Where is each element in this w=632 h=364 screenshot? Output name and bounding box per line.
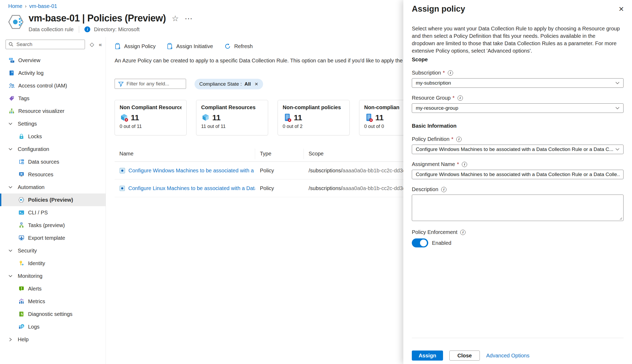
pill-value: All: [245, 81, 251, 87]
filter-input[interactable]: [115, 79, 186, 89]
directory-info-icon[interactable]: i: [84, 26, 90, 32]
assignment-name-label-row: Assignment Name * i: [412, 161, 624, 167]
compliance-state-pill[interactable]: Compliance State : All ✕: [195, 79, 263, 89]
page-title: vm-base-01 | Policies (Preview): [29, 13, 166, 24]
subscription-dropdown[interactable]: my-subscription: [412, 78, 624, 88]
sidebar-item-activity-log[interactable]: Activity log: [0, 67, 106, 79]
sidebar-group-monitoring[interactable]: Monitoring: [0, 270, 106, 282]
policy-item-icon: [119, 168, 125, 174]
sidebar-group-security[interactable]: Security: [0, 244, 106, 257]
chevron-down-icon: [8, 247, 14, 254]
toolbar: Assign Policy Assign Initiative Refresh: [115, 43, 253, 50]
breadcrumb-current-link[interactable]: vm-base-01: [29, 3, 57, 9]
sidebar-group-automation[interactable]: Automation: [0, 181, 106, 193]
chevron-down-icon: [8, 273, 14, 279]
resource-group-info-icon[interactable]: i: [458, 95, 463, 101]
assignment-name-input[interactable]: [412, 170, 624, 179]
card-non-compliant-resources[interactable]: Non Compliant Resources 11 0 out of 11: [115, 100, 187, 135]
assign-initiative-label: Assign Initiative: [176, 43, 213, 49]
sidebar-item-logs[interactable]: Logs: [0, 320, 106, 333]
resource-group-label-row: Resource Group * i: [412, 95, 624, 101]
sidebar-item-label: Tags: [18, 95, 29, 102]
sidebar-item-access-control[interactable]: Access control (IAM): [0, 79, 106, 92]
policy-definition-info-icon[interactable]: i: [456, 137, 462, 142]
tag-icon: [8, 95, 15, 102]
description-textarea[interactable]: [412, 195, 624, 221]
sidebar-item-label: Logs: [28, 324, 39, 330]
sidebar-item-metrics[interactable]: Metrics: [0, 295, 106, 308]
sidebar-item-identity[interactable]: Identity: [0, 257, 106, 270]
policy-definition-dropdown[interactable]: Configure Windows Machines to be associa…: [412, 145, 624, 154]
assignment-name-info-icon[interactable]: i: [462, 162, 467, 167]
policy-link[interactable]: Configure Linux Machines to be associate…: [128, 185, 255, 191]
more-actions-icon[interactable]: ⋯: [185, 14, 193, 23]
card-compliant-resources[interactable]: Compliant Resources 11 11 out of 11: [196, 100, 268, 135]
policy-link[interactable]: Configure Windows Machines to be associa…: [128, 168, 255, 174]
policy-enforcement-toggle[interactable]: [412, 238, 428, 247]
search-input[interactable]: [6, 40, 85, 49]
resize-grip-icon[interactable]: [619, 217, 622, 220]
sidebar-group-configuration[interactable]: Configuration: [0, 143, 106, 155]
clipboard-icon: [167, 43, 173, 50]
overview-icon: [8, 57, 15, 63]
favorite-star-icon[interactable]: ☆: [172, 14, 179, 23]
sidebar-item-tags[interactable]: Tags: [0, 92, 106, 105]
assign-initiative-button[interactable]: Assign Initiative: [167, 43, 213, 50]
sidebar-item-diagnostic-settings[interactable]: Diagnostic settings: [0, 308, 106, 320]
sidebar-item-label: CLI / PS: [28, 210, 48, 216]
resource-group-dropdown[interactable]: my-resource-group: [412, 103, 624, 113]
sidebar-group-settings[interactable]: Settings: [0, 117, 106, 130]
description-info-icon[interactable]: i: [441, 187, 446, 192]
policy-definition-label-row: Policy Definition * i: [412, 136, 624, 142]
sidebar-item-policies-preview[interactable]: Policies (Preview): [0, 193, 106, 206]
assign-policy-button[interactable]: Assign Policy: [115, 43, 156, 50]
sidebar-group-help[interactable]: Help: [0, 333, 106, 346]
subscription-value: my-subscription: [416, 80, 615, 86]
sidebar-item-data-sources[interactable]: Data sources: [0, 155, 106, 168]
column-header-type[interactable]: Type: [255, 149, 304, 159]
card-title: Non Compliant Resources: [120, 104, 182, 110]
assignment-name-label: Assignment Name: [412, 161, 455, 167]
sidebar-item-tasks-preview[interactable]: Tasks (preview): [0, 219, 106, 232]
sidebar-item-resources[interactable]: Resources: [0, 168, 106, 181]
sidebar-item-label: Tasks (preview): [28, 222, 65, 228]
close-button[interactable]: Close: [449, 351, 480, 361]
policy-item-icon: [119, 185, 125, 191]
policy-doc-error-icon: [364, 113, 373, 122]
assign-button[interactable]: Assign: [412, 351, 443, 361]
card-non-compliant-policies[interactable]: Non-compliant policies 11 0 out of 2: [278, 100, 350, 135]
sidebar-group-label: Monitoring: [18, 273, 42, 279]
card-count: 11: [375, 113, 384, 122]
sidebar-item-label: Diagnostic settings: [28, 311, 73, 317]
refresh-button[interactable]: Refresh: [224, 43, 253, 50]
policy-enforcement-info-icon[interactable]: i: [460, 230, 466, 235]
sidebar-item-resource-visualizer[interactable]: Resource visualizer: [0, 105, 106, 117]
summary-cards: Non Compliant Resources 11 0 out of 11 C…: [115, 100, 431, 135]
tasks-icon: [18, 222, 25, 228]
advanced-options-link[interactable]: Advanced Options: [486, 353, 529, 359]
remove-filter-icon[interactable]: ✕: [255, 81, 258, 87]
resources-icon: [18, 171, 25, 178]
sidebar-item-alerts[interactable]: Alerts: [0, 282, 106, 295]
sidebar-menu: Overview Activity log Access control (IA…: [0, 54, 106, 346]
page-header: vm-base-01 | Policies (Preview) ☆ ⋯ Data…: [8, 13, 193, 33]
search-icon: [8, 42, 14, 47]
close-panel-icon[interactable]: ✕: [619, 6, 624, 12]
logs-icon: [18, 324, 25, 330]
breadcrumb-home-link[interactable]: Home: [8, 3, 22, 9]
sidebar-item-cli-ps[interactable]: CLI / PS: [0, 206, 106, 219]
sidebar-item-locks[interactable]: Locks: [0, 130, 106, 143]
sidebar-group-label: Configuration: [18, 146, 49, 152]
sidebar-item-label: Activity log: [18, 70, 44, 76]
sidebar-item-label: Resource visualizer: [18, 108, 65, 114]
column-header-name[interactable]: Name: [115, 149, 255, 159]
collapse-sidebar-icon[interactable]: «: [99, 41, 102, 48]
sidebar-item-label: Metrics: [28, 298, 45, 305]
directory-label: Directory: Microsoft: [94, 26, 139, 33]
diagnostics-icon: [18, 311, 25, 317]
sidebar-item-export-template[interactable]: Export template: [0, 232, 106, 244]
pin-menu-icon[interactable]: ◇: [90, 41, 94, 48]
subscription-info-icon[interactable]: i: [448, 70, 453, 76]
filter-icon: [118, 81, 124, 87]
sidebar-item-overview[interactable]: Overview: [0, 54, 106, 67]
